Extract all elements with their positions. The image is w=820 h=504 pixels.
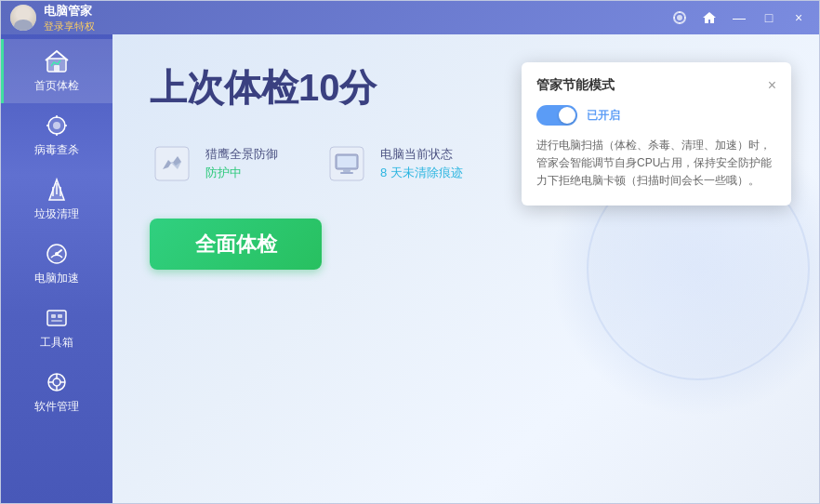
svg-rect-20: [51, 314, 56, 318]
home-icon[interactable]: [698, 7, 721, 29]
tools-sidebar-icon: [44, 305, 70, 331]
sidebar-label-virus: 病毒查杀: [34, 142, 79, 158]
popup-header: 管家节能模式 ×: [536, 77, 776, 94]
popup-title: 管家节能模式: [536, 77, 615, 94]
toggle-knob: [559, 107, 575, 124]
sidebar: 首页体检 病毒查杀: [1, 34, 112, 503]
popup-description: 进行电脑扫描（体检、杀毒、清理、加速）时，管家会智能调节自身CPU占用，保持安全…: [536, 137, 776, 191]
close-button[interactable]: ×: [787, 7, 810, 29]
login-text[interactable]: 登录享特权: [44, 20, 95, 33]
content-area: 上次体检10分 猎鹰全景防御 防护中: [112, 34, 819, 503]
sidebar-label-speed: 电脑加速: [34, 271, 79, 286]
sidebar-item-tools[interactable]: 工具箱: [1, 296, 112, 360]
svg-rect-21: [58, 314, 62, 318]
avatar: [10, 5, 36, 31]
title-bar-left: 电脑管家 登录享特权: [10, 3, 95, 33]
guard-info: 猎鹰全景防御 防护中: [205, 146, 278, 181]
title-bar: 电脑管家 登录享特权 — □ ×: [1, 1, 819, 34]
home-sidebar-icon: [44, 48, 70, 74]
sidebar-item-software[interactable]: 软件管理: [1, 360, 112, 424]
svg-rect-22: [51, 320, 62, 322]
sidebar-label-clean: 垃圾清理: [34, 206, 79, 222]
virus-sidebar-icon: [44, 113, 70, 139]
settings-icon[interactable]: [668, 7, 691, 29]
pcstate-value: 8 天未清除痕迹: [380, 165, 463, 181]
sidebar-item-home[interactable]: 首页体检: [1, 39, 112, 103]
svg-point-18: [55, 252, 59, 256]
full-check-button[interactable]: 全面体检: [150, 219, 322, 270]
sidebar-label-software: 软件管理: [34, 399, 79, 415]
software-sidebar-icon: [44, 369, 70, 395]
speed-sidebar-icon: [44, 241, 70, 267]
minimize-button[interactable]: —: [728, 7, 750, 29]
active-indicator: [1, 39, 4, 103]
guard-name: 猎鹰全景防御: [205, 146, 278, 163]
restore-button[interactable]: □: [758, 7, 780, 29]
clean-sidebar-icon: [44, 177, 70, 203]
sidebar-label-home: 首页体检: [34, 78, 79, 94]
energy-mode-toggle[interactable]: [536, 105, 577, 126]
sidebar-label-tools: 工具箱: [40, 335, 73, 351]
pcstate-info: 电脑当前状态 8 天未清除痕迹: [380, 146, 463, 181]
toggle-label: 已开启: [587, 108, 620, 124]
popup-dialog: 管家节能模式 × 已开启 进行电脑扫描（体检、杀毒、清理、加速）时，管家会智能调…: [522, 62, 791, 206]
status-item-pcstate: 电脑当前状态 8 天未清除痕迹: [324, 141, 463, 186]
svg-rect-33: [343, 169, 350, 172]
app-window: 电脑管家 登录享特权 — □ ×: [0, 0, 820, 504]
svg-rect-34: [340, 172, 353, 174]
status-item-guard: 猎鹰全景防御 防护中: [150, 141, 278, 186]
sidebar-item-speed[interactable]: 电脑加速: [1, 232, 112, 296]
main-body: 首页体检 病毒查杀: [1, 34, 819, 503]
sidebar-item-clean[interactable]: 垃圾清理: [1, 167, 112, 232]
pcstate-icon: [324, 141, 369, 186]
sidebar-item-virus[interactable]: 病毒查杀: [1, 103, 112, 167]
svg-rect-5: [54, 65, 60, 72]
guard-icon: [150, 141, 194, 186]
guard-value: 防护中: [205, 165, 278, 181]
svg-rect-19: [47, 311, 66, 325]
pcstate-name: 电脑当前状态: [380, 146, 463, 163]
title-bar-right: — □ ×: [668, 7, 810, 29]
svg-rect-32: [337, 156, 356, 167]
popup-close-button[interactable]: ×: [768, 78, 776, 93]
popup-toggle-row: 已开启: [536, 105, 776, 126]
svg-point-7: [53, 122, 60, 129]
app-title: 电脑管家: [44, 3, 95, 20]
